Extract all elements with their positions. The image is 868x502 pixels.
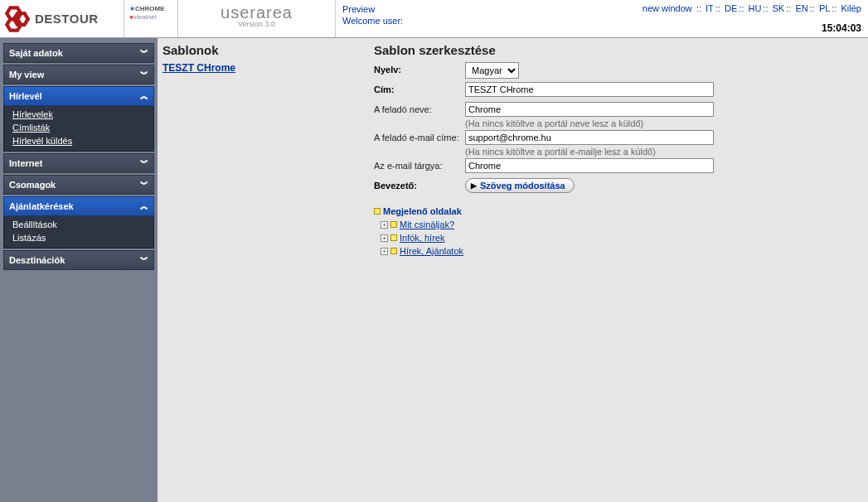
modify-intro-button[interactable]: ▶ Szöveg módosítása <box>465 178 575 193</box>
label-language: Nyelv: <box>374 62 465 75</box>
tree-expand-icon[interactable]: + <box>381 248 388 255</box>
sidebar-sub-hirlevelek[interactable]: Hírlevelek <box>4 108 153 121</box>
lang-it[interactable]: IT <box>706 3 714 13</box>
sidebar-sub-beallitasok[interactable]: Beállítások <box>4 218 153 231</box>
brand-idealnet: idealnet <box>133 13 157 21</box>
chevron-up-icon: ︽ <box>140 200 148 212</box>
partner-brands: ★CHROME ●idealnet <box>124 0 178 37</box>
top-right-links: new window :: IT:: DE:: HU:: SK:: EN:: P… <box>643 3 861 13</box>
lang-de[interactable]: DE <box>725 3 737 13</box>
chevron-down-icon: ︾ <box>140 157 148 169</box>
sidebar-sub-listazas[interactable]: Listázás <box>4 231 153 244</box>
chevron-down-icon: ︾ <box>140 179 148 191</box>
sidebar-item-label: Ajánlatkérések <box>9 201 74 211</box>
sender-email-hint: (Ha nincs kitöltve a portál e-mailje les… <box>465 147 860 157</box>
logo-block: DESTOUR <box>0 0 124 37</box>
sender-name-input[interactable] <box>465 102 714 117</box>
tree-expand-icon[interactable]: + <box>381 221 388 229</box>
template-link[interactable]: TESZT CHrome <box>162 62 235 74</box>
label-sender-name: A feladó neve: <box>374 102 465 114</box>
tree-child-2[interactable]: Hírek, Ajánlatok <box>400 244 463 258</box>
userarea-version: Version 3.0 <box>178 20 335 28</box>
templates-heading: Sablonok <box>162 43 361 57</box>
language-select[interactable]: Magyar <box>465 62 519 79</box>
sidebar-submenu-ajanlatkeresek: Beállítások Listázás <box>3 216 154 249</box>
tree-expand-icon[interactable]: + <box>381 234 388 242</box>
lang-sk[interactable]: SK <box>773 3 785 13</box>
sidebar-sub-hirlevel-kuldes[interactable]: Hírlevél küldés <box>4 134 153 147</box>
label-intro: Bevezető: <box>374 178 465 191</box>
sidebar-item-label: My view <box>9 70 44 80</box>
sidebar-item-csomagok[interactable]: Csomagok ︾ <box>3 175 154 195</box>
tree-node-icon <box>390 221 397 228</box>
sidebar-item-desztinaciok[interactable]: Desztinációk ︾ <box>3 250 154 270</box>
lang-hu[interactable]: HU <box>748 3 761 13</box>
sidebar-item-ajanlatkeresek[interactable]: Ajánlatkérések ︽ <box>3 196 154 216</box>
logo-hex-icon <box>3 5 32 33</box>
sidebar-sub-cimlistak[interactable]: Címlisták <box>4 121 153 134</box>
tree-root[interactable]: Megjelenő oldalak <box>383 205 462 218</box>
lang-pl[interactable]: PL <box>819 3 830 13</box>
tree-node-icon <box>390 234 397 241</box>
sidebar-submenu-hirlevel: Hírlevelek Címlisták Hírlevél küldés <box>3 106 154 152</box>
sidebar-item-label: Hírlevél <box>9 91 42 101</box>
header: DESTOUR ★CHROME ●idealnet userarea Versi… <box>0 0 868 38</box>
chevron-down-icon: ︾ <box>140 47 148 59</box>
preview-link[interactable]: Preview <box>342 3 403 15</box>
pages-tree: Megjelenő oldalak + Mit csináljak? + Inf… <box>374 205 860 258</box>
sidebar-item-hirlevel[interactable]: Hírlevél ︽ <box>3 86 154 106</box>
tree-child-0[interactable]: Mit csináljak? <box>400 218 454 231</box>
userarea-title: userarea <box>178 5 335 20</box>
sender-name-hint: (Ha nincs kitöltve a portál neve lesz a … <box>465 118 860 128</box>
preview-block: Preview Welcome user: <box>336 0 410 37</box>
brand-chrome: CHROME <box>135 5 165 12</box>
sidebar-item-label: Saját adatok <box>9 48 63 58</box>
sidebar-item-label: Desztinációk <box>9 255 65 265</box>
label-title: Cím: <box>374 82 465 94</box>
userarea-block: userarea Version 3.0 <box>178 0 336 37</box>
sidebar: Saját adatok ︾ My view ︾ Hírlevél ︽ Hírl… <box>0 38 158 502</box>
sidebar-item-internet[interactable]: Internet ︾ <box>3 153 154 173</box>
subject-input[interactable] <box>465 158 714 173</box>
editor-column: Sablon szerkesztése Nyelv: Magyar Cím: A… <box>369 38 868 502</box>
label-sender-email: A feladó e-mail címe: <box>374 130 465 142</box>
chevron-down-icon: ︾ <box>140 69 148 80</box>
button-label: Szöveg módosítása <box>480 181 565 191</box>
new-window-link[interactable]: new window <box>643 3 692 13</box>
sidebar-item-sajat-adatok[interactable]: Saját adatok ︾ <box>3 43 154 63</box>
editor-heading: Sablon szerkesztése <box>374 43 860 57</box>
logo-text: DESTOUR <box>35 12 99 26</box>
welcome-user: Welcome user: <box>342 15 403 27</box>
label-subject: Az e-mail tárgya: <box>374 158 465 171</box>
clock: 15:04:03 <box>822 22 861 34</box>
play-icon: ▶ <box>471 181 477 190</box>
sidebar-item-label: Internet <box>9 158 42 168</box>
tree-node-icon <box>374 208 381 215</box>
logout-link[interactable]: Kilép <box>841 3 861 13</box>
chevron-down-icon: ︾ <box>140 254 148 266</box>
sidebar-item-label: Csomagok <box>9 180 56 190</box>
chevron-up-icon: ︽ <box>140 90 148 102</box>
content: Sablonok TESZT CHrome Sablon szerkesztés… <box>158 38 868 502</box>
templates-column: Sablonok TESZT CHrome <box>158 38 369 502</box>
title-input[interactable] <box>465 82 714 97</box>
sidebar-item-my-view[interactable]: My view ︾ <box>3 65 154 84</box>
tree-node-icon <box>390 248 397 254</box>
sender-email-input[interactable] <box>465 130 714 145</box>
lang-en[interactable]: EN <box>795 3 807 13</box>
tree-child-1[interactable]: Infók, hírek <box>400 231 444 244</box>
